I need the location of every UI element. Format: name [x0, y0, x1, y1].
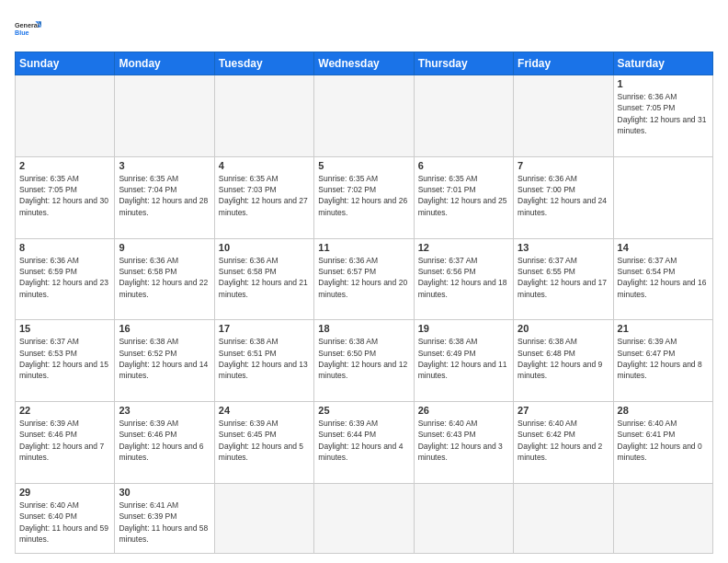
- day-detail: Sunrise: 6:36 AMSunset: 6:59 PMDaylight:…: [19, 255, 110, 300]
- day-number: 25: [318, 405, 409, 416]
- day-number: 18: [318, 323, 409, 334]
- day-detail: Sunrise: 6:36 AMSunset: 6:58 PMDaylight:…: [219, 255, 310, 300]
- day-number: 24: [219, 405, 310, 416]
- empty-cell: [214, 483, 313, 553]
- day-number: 23: [119, 405, 210, 416]
- day-detail: Sunrise: 6:36 AMSunset: 6:57 PMDaylight:…: [318, 255, 409, 300]
- day-number: 14: [618, 242, 709, 253]
- calendar-day-5: 5Sunrise: 6:35 AMSunset: 7:02 PMDaylight…: [314, 156, 414, 238]
- calendar-table: SundayMondayTuesdayWednesdayThursdayFrid…: [15, 52, 713, 554]
- empty-cell: [613, 483, 712, 553]
- empty-cell: [514, 75, 613, 157]
- day-number: 20: [518, 323, 609, 334]
- calendar-week-4: 15Sunrise: 6:37 AMSunset: 6:53 PMDayligh…: [16, 320, 713, 402]
- calendar-day-13: 13Sunrise: 6:37 AMSunset: 6:55 PMDayligh…: [514, 238, 613, 320]
- calendar-week-3: 8Sunrise: 6:36 AMSunset: 6:59 PMDaylight…: [16, 238, 713, 320]
- day-detail: Sunrise: 6:39 AMSunset: 6:46 PMDaylight:…: [19, 418, 110, 463]
- day-detail: Sunrise: 6:35 AMSunset: 7:02 PMDaylight:…: [318, 173, 409, 218]
- day-number: 3: [119, 160, 210, 171]
- dow-header-friday: Friday: [514, 52, 613, 75]
- day-detail: Sunrise: 6:38 AMSunset: 6:52 PMDaylight:…: [119, 336, 210, 381]
- calendar-day-24: 24Sunrise: 6:39 AMSunset: 6:45 PMDayligh…: [214, 402, 313, 484]
- day-number: 4: [219, 160, 310, 171]
- day-number: 30: [119, 487, 210, 498]
- day-number: 2: [19, 160, 110, 171]
- day-number: 21: [618, 323, 709, 334]
- day-number: 10: [219, 242, 310, 253]
- calendar-day-20: 20Sunrise: 6:38 AMSunset: 6:48 PMDayligh…: [514, 320, 613, 402]
- day-number: 8: [19, 242, 110, 253]
- dow-header-tuesday: Tuesday: [214, 52, 313, 75]
- dow-header-monday: Monday: [115, 52, 214, 75]
- day-detail: Sunrise: 6:39 AMSunset: 6:46 PMDaylight:…: [119, 418, 210, 463]
- calendar-day-21: 21Sunrise: 6:39 AMSunset: 6:47 PMDayligh…: [613, 320, 712, 402]
- day-detail: Sunrise: 6:37 AMSunset: 6:56 PMDaylight:…: [418, 255, 509, 300]
- calendar-day-28: 28Sunrise: 6:40 AMSunset: 6:41 PMDayligh…: [613, 402, 712, 484]
- calendar-day-22: 22Sunrise: 6:39 AMSunset: 6:46 PMDayligh…: [16, 402, 115, 484]
- day-number: 19: [418, 323, 509, 334]
- day-number: 22: [19, 405, 110, 416]
- page: GeneralBlue SundayMondayTuesdayWednesday…: [0, 0, 728, 563]
- calendar-day-27: 27Sunrise: 6:40 AMSunset: 6:42 PMDayligh…: [514, 402, 613, 484]
- day-number: 6: [418, 160, 509, 171]
- calendar-day-12: 12Sunrise: 6:37 AMSunset: 6:56 PMDayligh…: [414, 238, 513, 320]
- empty-cell: [514, 483, 613, 553]
- calendar-day-10: 10Sunrise: 6:36 AMSunset: 6:58 PMDayligh…: [214, 238, 313, 320]
- calendar-day-8: 8Sunrise: 6:36 AMSunset: 6:59 PMDaylight…: [16, 238, 115, 320]
- calendar-day-15: 15Sunrise: 6:37 AMSunset: 6:53 PMDayligh…: [16, 320, 115, 402]
- calendar-day-30: 30Sunrise: 6:41 AMSunset: 6:39 PMDayligh…: [115, 483, 214, 553]
- day-number: 7: [518, 160, 609, 171]
- day-number: 16: [119, 323, 210, 334]
- calendar-day-1: 1Sunrise: 6:36 AMSunset: 7:05 PMDaylight…: [613, 75, 712, 157]
- day-detail: Sunrise: 6:40 AMSunset: 6:42 PMDaylight:…: [518, 418, 609, 463]
- day-detail: Sunrise: 6:37 AMSunset: 6:54 PMDaylight:…: [618, 255, 709, 300]
- calendar-week-2: 2Sunrise: 6:35 AMSunset: 7:05 PMDaylight…: [16, 156, 713, 238]
- day-number: 28: [618, 405, 709, 416]
- day-detail: Sunrise: 6:35 AMSunset: 7:03 PMDaylight:…: [219, 173, 310, 218]
- header: GeneralBlue: [15, 15, 713, 44]
- day-number: 17: [219, 323, 310, 334]
- calendar-day-18: 18Sunrise: 6:38 AMSunset: 6:50 PMDayligh…: [314, 320, 414, 402]
- dow-header-thursday: Thursday: [414, 52, 513, 75]
- days-of-week-row: SundayMondayTuesdayWednesdayThursdayFrid…: [16, 52, 713, 75]
- empty-cell: [115, 75, 214, 157]
- day-detail: Sunrise: 6:37 AMSunset: 6:53 PMDaylight:…: [19, 336, 110, 381]
- calendar-day-26: 26Sunrise: 6:40 AMSunset: 6:43 PMDayligh…: [414, 402, 513, 484]
- calendar-day-23: 23Sunrise: 6:39 AMSunset: 6:46 PMDayligh…: [115, 402, 214, 484]
- calendar-day-9: 9Sunrise: 6:36 AMSunset: 6:58 PMDaylight…: [115, 238, 214, 320]
- day-number: 13: [518, 242, 609, 253]
- calendar-day-3: 3Sunrise: 6:35 AMSunset: 7:04 PMDaylight…: [115, 156, 214, 238]
- day-number: 9: [119, 242, 210, 253]
- dow-header-saturday: Saturday: [613, 52, 712, 75]
- calendar-day-16: 16Sunrise: 6:38 AMSunset: 6:52 PMDayligh…: [115, 320, 214, 402]
- empty-cell: [214, 75, 313, 157]
- calendar-week-1: 1Sunrise: 6:36 AMSunset: 7:05 PMDaylight…: [16, 75, 713, 157]
- day-detail: Sunrise: 6:37 AMSunset: 6:55 PMDaylight:…: [518, 255, 609, 300]
- calendar-day-6: 6Sunrise: 6:35 AMSunset: 7:01 PMDaylight…: [414, 156, 513, 238]
- day-detail: Sunrise: 6:35 AMSunset: 7:01 PMDaylight:…: [418, 173, 509, 218]
- day-number: 15: [19, 323, 110, 334]
- day-number: 29: [19, 487, 110, 498]
- day-number: 26: [418, 405, 509, 416]
- day-number: 12: [418, 242, 509, 253]
- calendar-week-6: 29Sunrise: 6:40 AMSunset: 6:40 PMDayligh…: [16, 483, 713, 553]
- empty-cell: [314, 75, 414, 157]
- day-detail: Sunrise: 6:40 AMSunset: 6:40 PMDaylight:…: [19, 500, 110, 545]
- day-detail: Sunrise: 6:36 AMSunset: 7:00 PMDaylight:…: [518, 173, 609, 218]
- calendar-day-14: 14Sunrise: 6:37 AMSunset: 6:54 PMDayligh…: [613, 238, 712, 320]
- empty-cell: [414, 75, 513, 157]
- calendar-day-2: 2Sunrise: 6:35 AMSunset: 7:05 PMDaylight…: [16, 156, 115, 238]
- empty-cell: [414, 483, 513, 553]
- day-detail: Sunrise: 6:39 AMSunset: 6:45 PMDaylight:…: [219, 418, 310, 463]
- day-number: 1: [618, 78, 709, 89]
- calendar-day-25: 25Sunrise: 6:39 AMSunset: 6:44 PMDayligh…: [314, 402, 414, 484]
- calendar-day-4: 4Sunrise: 6:35 AMSunset: 7:03 PMDaylight…: [214, 156, 313, 238]
- day-detail: Sunrise: 6:38 AMSunset: 6:48 PMDaylight:…: [518, 336, 609, 381]
- day-number: 5: [318, 160, 409, 171]
- calendar-day-7: 7Sunrise: 6:36 AMSunset: 7:00 PMDaylight…: [514, 156, 613, 238]
- logo-icon: GeneralBlue: [15, 15, 44, 44]
- day-detail: Sunrise: 6:40 AMSunset: 6:41 PMDaylight:…: [618, 418, 709, 463]
- empty-cell: [16, 75, 115, 157]
- calendar-day-17: 17Sunrise: 6:38 AMSunset: 6:51 PMDayligh…: [214, 320, 313, 402]
- day-detail: Sunrise: 6:40 AMSunset: 6:43 PMDaylight:…: [418, 418, 509, 463]
